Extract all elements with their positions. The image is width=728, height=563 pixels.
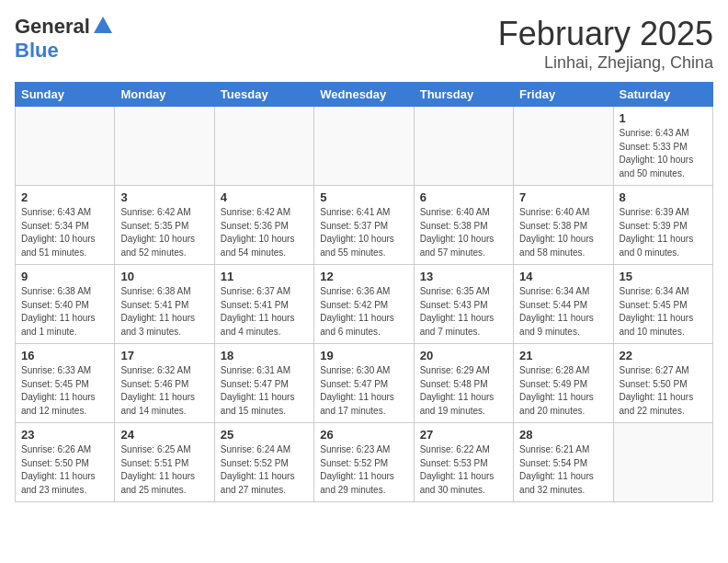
page-header: General Blue February 2025 Linhai, Zheji… [15,15,713,73]
calendar-cell [214,107,313,186]
calendar-cell: 25Sunrise: 6:24 AM Sunset: 5:52 PM Dayli… [214,423,313,502]
day-info: Sunrise: 6:40 AM Sunset: 5:38 PM Dayligh… [420,206,507,259]
calendar-cell: 15Sunrise: 6:34 AM Sunset: 5:45 PM Dayli… [613,265,712,344]
day-number: 9 [21,270,108,283]
day-info: Sunrise: 6:42 AM Sunset: 5:35 PM Dayligh… [120,206,208,259]
day-info: Sunrise: 6:32 AM Sunset: 5:46 PM Dayligh… [120,364,208,418]
weekday-header-tuesday: Tuesday [214,83,313,107]
day-number: 12 [320,270,407,283]
day-number: 19 [320,349,407,362]
calendar-cell: 19Sunrise: 6:30 AM Sunset: 5:47 PM Dayli… [314,344,414,423]
weekday-header-sunday: Sunday [16,83,115,107]
day-number: 18 [221,349,308,362]
day-info: Sunrise: 6:25 AM Sunset: 5:51 PM Dayligh… [120,443,208,497]
logo: General Blue [15,15,112,63]
calendar-cell: 14Sunrise: 6:34 AM Sunset: 5:44 PM Dayli… [514,265,613,344]
calendar-cell: 17Sunrise: 6:32 AM Sunset: 5:46 PM Dayli… [115,344,214,423]
calendar-cell [414,107,513,186]
day-number: 25 [221,428,308,442]
day-number: 15 [620,270,707,283]
day-number: 10 [120,270,208,283]
day-info: Sunrise: 6:33 AM Sunset: 5:45 PM Dayligh… [21,364,108,418]
calendar-cell: 22Sunrise: 6:27 AM Sunset: 5:50 PM Dayli… [613,344,712,423]
day-number: 27 [420,428,507,442]
calendar-cell: 24Sunrise: 6:25 AM Sunset: 5:51 PM Dayli… [115,423,214,502]
calendar-cell: 21Sunrise: 6:28 AM Sunset: 5:49 PM Dayli… [514,344,613,423]
week-row-2: 2Sunrise: 6:43 AM Sunset: 5:34 PM Daylig… [16,186,713,265]
day-info: Sunrise: 6:21 AM Sunset: 5:54 PM Dayligh… [519,443,607,497]
calendar-cell: 6Sunrise: 6:40 AM Sunset: 5:38 PM Daylig… [414,186,513,265]
title-block: February 2025 Linhai, Zhejiang, China [498,15,713,73]
calendar-cell: 26Sunrise: 6:23 AM Sunset: 5:52 PM Dayli… [314,423,414,502]
calendar-cell [115,107,214,186]
day-number: 23 [21,428,108,442]
calendar-cell [314,107,414,186]
week-row-5: 23Sunrise: 6:26 AM Sunset: 5:50 PM Dayli… [16,423,713,502]
day-number: 3 [120,190,208,204]
day-info: Sunrise: 6:38 AM Sunset: 5:41 PM Dayligh… [120,285,208,339]
calendar-cell: 13Sunrise: 6:35 AM Sunset: 5:43 PM Dayli… [414,265,513,344]
day-number: 5 [320,190,407,204]
calendar-cell [514,107,613,186]
day-info: Sunrise: 6:24 AM Sunset: 5:52 PM Dayligh… [221,443,308,497]
day-number: 14 [519,270,607,283]
day-info: Sunrise: 6:30 AM Sunset: 5:47 PM Dayligh… [320,364,407,418]
day-info: Sunrise: 6:26 AM Sunset: 5:50 PM Dayligh… [21,443,108,497]
weekday-header-wednesday: Wednesday [314,83,414,107]
day-number: 28 [519,428,607,442]
day-number: 21 [519,349,607,362]
day-info: Sunrise: 6:34 AM Sunset: 5:45 PM Dayligh… [620,285,707,339]
day-number: 22 [620,349,707,362]
weekday-header-monday: Monday [115,83,214,107]
day-number: 11 [221,270,308,283]
day-info: Sunrise: 6:34 AM Sunset: 5:44 PM Dayligh… [519,285,607,339]
calendar-cell: 7Sunrise: 6:40 AM Sunset: 5:38 PM Daylig… [514,186,613,265]
calendar-cell: 18Sunrise: 6:31 AM Sunset: 5:47 PM Dayli… [214,344,313,423]
day-number: 16 [21,349,108,362]
calendar-cell: 27Sunrise: 6:22 AM Sunset: 5:53 PM Dayli… [414,423,513,502]
calendar-cell: 5Sunrise: 6:41 AM Sunset: 5:37 PM Daylig… [314,186,414,265]
calendar-table: SundayMondayTuesdayWednesdayThursdayFrid… [15,82,713,502]
day-number: 6 [420,190,507,204]
day-number: 24 [120,428,208,442]
day-info: Sunrise: 6:35 AM Sunset: 5:43 PM Dayligh… [420,285,507,339]
weekday-header-friday: Friday [514,83,613,107]
location-subtitle: Linhai, Zhejiang, China [498,53,713,73]
day-number: 4 [221,190,308,204]
week-row-1: 1Sunrise: 6:43 AM Sunset: 5:33 PM Daylig… [16,107,713,186]
calendar-cell: 16Sunrise: 6:33 AM Sunset: 5:45 PM Dayli… [16,344,115,423]
day-info: Sunrise: 6:31 AM Sunset: 5:47 PM Dayligh… [221,364,308,418]
calendar-cell: 8Sunrise: 6:39 AM Sunset: 5:39 PM Daylig… [613,186,712,265]
calendar-cell: 1Sunrise: 6:43 AM Sunset: 5:33 PM Daylig… [613,107,712,186]
day-number: 20 [420,349,507,362]
day-info: Sunrise: 6:43 AM Sunset: 5:33 PM Dayligh… [620,127,707,180]
calendar-cell: 23Sunrise: 6:26 AM Sunset: 5:50 PM Dayli… [16,423,115,502]
day-info: Sunrise: 6:40 AM Sunset: 5:38 PM Dayligh… [519,206,607,259]
day-info: Sunrise: 6:42 AM Sunset: 5:36 PM Dayligh… [221,206,308,259]
weekday-header-thursday: Thursday [414,83,513,107]
day-info: Sunrise: 6:29 AM Sunset: 5:48 PM Dayligh… [420,364,507,418]
day-info: Sunrise: 6:27 AM Sunset: 5:50 PM Dayligh… [620,364,707,418]
day-number: 8 [620,190,707,204]
week-row-4: 16Sunrise: 6:33 AM Sunset: 5:45 PM Dayli… [16,344,713,423]
day-number: 17 [120,349,208,362]
day-info: Sunrise: 6:41 AM Sunset: 5:37 PM Dayligh… [320,206,407,259]
logo-general-text: General [15,15,90,39]
calendar-cell: 28Sunrise: 6:21 AM Sunset: 5:54 PM Dayli… [514,423,613,502]
day-number: 7 [519,190,607,204]
calendar-cell [16,107,115,186]
calendar-cell: 20Sunrise: 6:29 AM Sunset: 5:48 PM Dayli… [414,344,513,423]
day-number: 13 [420,270,507,283]
calendar-cell: 11Sunrise: 6:37 AM Sunset: 5:41 PM Dayli… [214,265,313,344]
day-info: Sunrise: 6:22 AM Sunset: 5:53 PM Dayligh… [420,443,507,497]
logo-triangle-icon [94,17,112,33]
day-info: Sunrise: 6:23 AM Sunset: 5:52 PM Dayligh… [320,443,407,497]
calendar-cell: 4Sunrise: 6:42 AM Sunset: 5:36 PM Daylig… [214,186,313,265]
month-year-title: February 2025 [498,15,713,53]
day-number: 26 [320,428,407,442]
calendar-cell: 2Sunrise: 6:43 AM Sunset: 5:34 PM Daylig… [16,186,115,265]
day-number: 1 [620,111,707,125]
day-info: Sunrise: 6:37 AM Sunset: 5:41 PM Dayligh… [221,285,308,339]
day-number: 2 [21,190,108,204]
calendar-cell: 9Sunrise: 6:38 AM Sunset: 5:40 PM Daylig… [16,265,115,344]
